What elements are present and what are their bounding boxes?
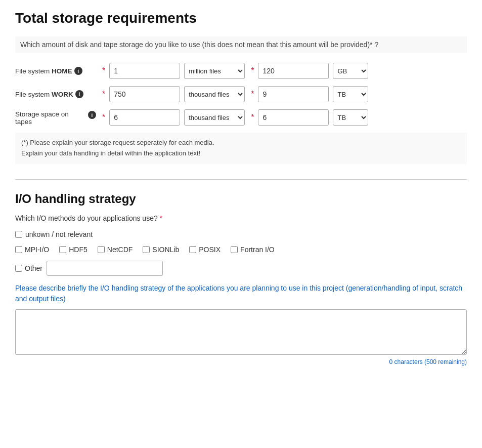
tapes-file-count-input[interactable] [109,109,180,126]
io-strategy-textarea[interactable] [15,309,467,355]
fortran-item: Fortran I/O [231,246,275,254]
mpi-io-item: MPI-I/O [15,246,49,254]
io-methods-row: MPI-I/O HDF5 NetCDF SIONLib POSIX Fortra… [15,246,467,254]
other-checkbox-item: Other [15,264,42,272]
home-info-icon[interactable]: i [74,67,82,75]
work-size-unit-select[interactable]: GB TB PB [333,86,368,102]
home-size-input[interactable] [258,63,329,79]
row-label-tapes-text: Storage space on tapes [15,110,86,126]
other-label[interactable]: Other [25,264,42,272]
storage-row-work: File system WORK i * million files thous… [15,86,467,102]
storage-note-line1: (*) Please explain your storage request … [21,138,461,148]
row-label-home-text: File system HOME [15,67,72,75]
storage-note-line2: Explain your data handling in detail wit… [21,148,461,159]
fortran-label[interactable]: Fortran I/O [240,246,275,254]
fortran-checkbox[interactable] [231,246,238,253]
tapes-info-icon[interactable]: i [88,111,96,119]
mpi-io-checkbox[interactable] [15,246,22,253]
storage-subtitle: Which amount of disk and tape storage do… [15,36,467,53]
io-section: I/O handling strategy Which I/O methods … [15,192,467,365]
hdf5-label[interactable]: HDF5 [69,246,87,254]
netcdf-label[interactable]: NetCDF [107,246,133,254]
home-size-unit-select[interactable]: GB TB PB [333,63,368,79]
describe-label: Please describe briefly the I/O handling… [15,283,467,304]
tapes-size-required-star: * [251,113,254,122]
other-row: Other [15,261,467,276]
sionlib-checkbox[interactable] [143,246,150,253]
netcdf-item: NetCDF [98,246,133,254]
sionlib-label[interactable]: SIONLib [152,246,179,254]
netcdf-checkbox[interactable] [98,246,105,253]
sionlib-item: SIONLib [143,246,179,254]
tapes-required-star: * [102,113,105,122]
home-size-required-star: * [251,66,254,75]
io-subtitle: Which I/O methods do your applications u… [15,214,467,222]
home-file-unit-select[interactable]: million files thousand files files [184,63,245,79]
tapes-size-unit-select[interactable]: GB TB PB [333,109,368,126]
home-required-star: * [102,66,105,75]
tapes-file-unit-select[interactable]: million files thousand files files [184,109,245,126]
work-size-input[interactable] [258,86,329,102]
io-required-star: * [160,214,162,222]
page-title: Total storage requirements [15,10,467,26]
mpi-io-label[interactable]: MPI-I/O [25,246,49,254]
storage-row-home: File system HOME i * million files thous… [15,63,467,79]
posix-item: POSIX [189,246,221,254]
other-text-input[interactable] [47,261,163,276]
row-label-home: File system HOME i [15,67,96,75]
storage-row-tapes: Storage space on tapes i * million files… [15,109,467,126]
row-label-tapes: Storage space on tapes i [15,109,96,126]
io-title: I/O handling strategy [15,192,467,206]
char-count: 0 characters (500 remaining) [15,358,467,365]
row-label-work-text: File system WORK [15,91,73,98]
work-size-required-star: * [251,90,254,99]
work-required-star: * [102,90,105,99]
other-checkbox[interactable] [15,265,22,272]
hdf5-checkbox[interactable] [59,246,66,253]
row-label-work: File system WORK i [15,90,96,98]
section-divider [15,179,467,180]
work-file-unit-select[interactable]: million files thousand files files [184,86,245,102]
unknown-checkbox-row: unkown / not relevant [15,230,467,238]
unknown-label[interactable]: unkown / not relevant [25,230,93,238]
home-file-count-input[interactable] [109,63,180,79]
storage-section: File system HOME i * million files thous… [15,63,467,164]
storage-note: (*) Please explain your storage request … [15,133,467,164]
posix-checkbox[interactable] [189,246,196,253]
work-info-icon[interactable]: i [75,90,83,98]
posix-label[interactable]: POSIX [199,246,221,254]
hdf5-item: HDF5 [59,246,87,254]
unknown-checkbox[interactable] [15,231,22,238]
work-file-count-input[interactable] [109,86,180,102]
tapes-size-input[interactable] [258,109,329,126]
